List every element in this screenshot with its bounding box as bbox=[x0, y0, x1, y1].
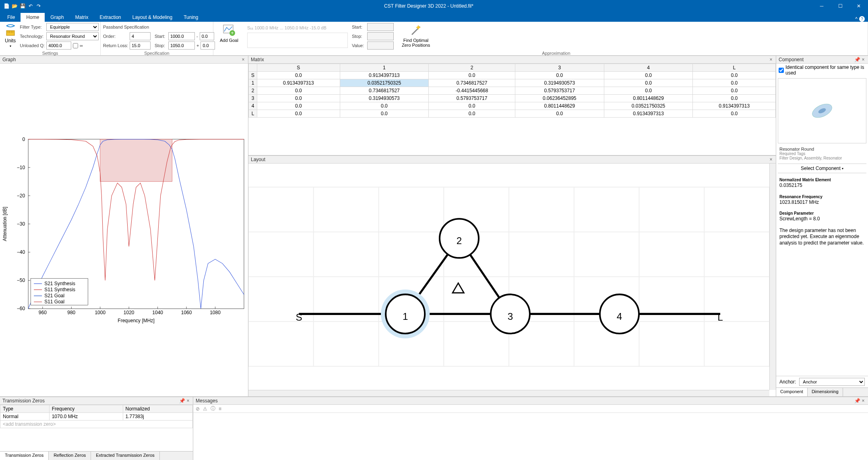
units-icon bbox=[6, 24, 15, 37]
stop-input[interactable] bbox=[168, 41, 195, 50]
find-optimal-label: Find Optimal Zero Positions bbox=[402, 38, 430, 48]
app-title: CST Filter Designer 3D 2022 - Untitled.f… bbox=[45, 3, 812, 9]
ribbon-tabs: File Home Graph Matrix Extraction Layout… bbox=[0, 12, 868, 22]
tab-matrix[interactable]: Matrix bbox=[70, 13, 94, 22]
collapse-ribbon-icon[interactable]: ^ bbox=[855, 16, 858, 22]
approx-value-input[interactable] bbox=[367, 41, 394, 50]
tab-home[interactable]: Home bbox=[21, 13, 45, 22]
tab-tuning[interactable]: Tuning bbox=[178, 13, 204, 22]
wand-icon bbox=[409, 24, 422, 37]
settings-group-label: Settings bbox=[0, 51, 100, 56]
order-label: Order: bbox=[103, 34, 128, 39]
start-label: Start: bbox=[155, 34, 167, 39]
unloaded-q-input[interactable] bbox=[46, 41, 71, 50]
return-loss-label: Return Loss: bbox=[103, 43, 128, 48]
qat-undo-icon[interactable]: ↶ bbox=[27, 3, 34, 9]
approx-summary: S₁₁ 1000.0 MHz ... 1050.0 MHz -15.0 dB bbox=[247, 25, 327, 31]
close-button[interactable]: ✕ bbox=[849, 0, 868, 12]
filter-type-combo[interactable]: Equiripple bbox=[46, 23, 99, 31]
qat-redo-icon[interactable]: ↷ bbox=[35, 3, 42, 9]
qat-save-icon[interactable]: 💾 bbox=[19, 3, 26, 9]
add-goal-button[interactable]: + Add Goal bbox=[216, 23, 242, 44]
tab-extraction[interactable]: Extraction bbox=[94, 13, 126, 22]
find-optimal-button[interactable]: Find Optimal Zero Positions bbox=[398, 23, 434, 49]
unloaded-q-label: Unloaded Q: bbox=[20, 43, 45, 48]
minimize-button[interactable]: ─ bbox=[812, 0, 831, 12]
order-input[interactable] bbox=[130, 32, 151, 40]
approx-stop-input[interactable] bbox=[367, 32, 394, 40]
ribbon: Units ▾ Filter Type: Equiripple Technolo… bbox=[0, 22, 868, 56]
approx-group-label: Approximation bbox=[245, 51, 868, 56]
infinity-label: ∞ bbox=[80, 43, 83, 48]
stop-label: Stop: bbox=[155, 43, 167, 48]
technology-combo[interactable]: Resonator Round bbox=[46, 32, 99, 40]
svg-rect-0 bbox=[6, 31, 14, 35]
filter-type-label: Filter Type: bbox=[20, 25, 45, 29]
title-bar: 📄 📂 💾 ↶ ↷ CST Filter Designer 3D 2022 - … bbox=[0, 0, 868, 12]
return-loss-input[interactable] bbox=[130, 41, 151, 50]
svg-text:+: + bbox=[231, 30, 234, 36]
tab-file[interactable]: File bbox=[2, 13, 21, 22]
tab-graph[interactable]: Graph bbox=[45, 13, 69, 22]
add-goal-icon: + bbox=[223, 24, 236, 37]
units-button[interactable]: Units ▾ bbox=[2, 23, 18, 50]
qat-new-icon[interactable]: 📄 bbox=[3, 3, 10, 9]
goals-list[interactable] bbox=[247, 33, 348, 48]
qat-open-icon[interactable]: 📂 bbox=[11, 3, 18, 9]
start-input[interactable] bbox=[168, 32, 195, 40]
passband-spec-label: Passband Specification bbox=[103, 25, 149, 29]
start-off-input[interactable] bbox=[200, 32, 214, 40]
technology-label: Technology: bbox=[20, 34, 45, 39]
help-icon[interactable]: ? bbox=[859, 16, 865, 22]
unloaded-q-check[interactable] bbox=[73, 43, 78, 48]
maximize-button[interactable]: ☐ bbox=[831, 0, 849, 12]
spec-group-label: Specification bbox=[101, 51, 213, 56]
tab-layout-modeling[interactable]: Layout & Modeling bbox=[127, 13, 178, 22]
approx-start-input[interactable] bbox=[367, 23, 394, 31]
